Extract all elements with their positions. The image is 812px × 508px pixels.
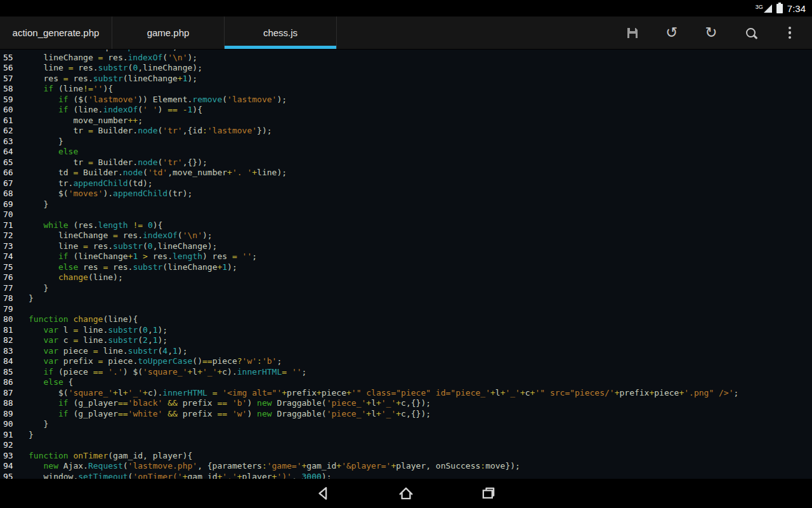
code-line: 70 — [0, 210, 812, 220]
code-text: new Ajax.Request('lastmove.php', {parame… — [20, 461, 812, 472]
code-text: td = Builder.node('td',move_number+'. '+… — [20, 168, 812, 178]
android-screen: 3G 7:34 action_generate.phpgame.phpchess… — [0, 0, 812, 508]
line-number: 72 — [0, 231, 20, 241]
code-line: 60 if (line.indexOf(' ') == -1){ — [0, 105, 812, 116]
code-text: else res = res.substr(lineChange+1); — [20, 262, 812, 273]
line-number: 68 — [0, 189, 20, 199]
line-number: 81 — [0, 325, 20, 336]
line-number: 94 — [0, 461, 20, 472]
code-text: var c = line.substr(2,1); — [20, 335, 812, 346]
code-text: if (g_player=='black' && prefix == 'b') … — [20, 398, 812, 409]
code-line: 92 — [0, 440, 812, 451]
tab-chess.js[interactable]: chess.js — [225, 17, 337, 49]
code-text: lineChange = res.indexOf('\n'); — [20, 53, 812, 64]
code-text — [20, 440, 812, 451]
line-number: 55 — [0, 53, 20, 64]
code-line: 71 while (res.length != 0){ — [0, 220, 812, 231]
code-line: 69 } — [0, 199, 812, 210]
overflow-dots-shape — [789, 27, 792, 39]
redo-icon[interactable]: ↻ — [691, 17, 731, 50]
toolbar: ↺ ↻ — [613, 17, 812, 49]
line-number: 79 — [0, 304, 20, 315]
code-line: 75 else res = res.substr(lineChange+1); — [0, 262, 812, 273]
line-number: 78 — [0, 293, 20, 304]
code-text — [20, 210, 812, 220]
code-line: 61 move_number++; — [0, 116, 812, 126]
code-line: 90 } — [0, 419, 812, 430]
code-text: change(line); — [20, 272, 812, 283]
code-text: } — [20, 283, 812, 294]
line-number: 59 — [0, 95, 20, 105]
line-number: 84 — [0, 356, 20, 367]
code-text: if (line.indexOf(' ') == -1){ — [20, 105, 812, 116]
tab-label: chess.js — [263, 27, 298, 38]
code-line: 79 — [0, 304, 812, 315]
tab-bar: action_generate.phpgame.phpchess.js ↺ ↻ — [0, 17, 812, 50]
code-text: while (res.length != 0){ — [20, 220, 812, 231]
line-number: 70 — [0, 210, 20, 220]
code-line: 56 line = res.substr(0,lineChange); — [0, 63, 812, 74]
code-text: $('square_'+l+'_'+c).innerHTML = '<img a… — [20, 388, 812, 399]
code-line: 67 tr.appendChild(td); — [0, 178, 812, 189]
code-text: var l = line.substr(0,1); — [20, 325, 812, 336]
code-text: tr = Builder.node('tr',{}); — [20, 157, 812, 168]
line-number: 57 — [0, 74, 20, 84]
code-line: 72 lineChange = res.indexOf('\n'); — [0, 231, 812, 241]
code-line: 76 change(line); — [0, 272, 812, 283]
line-number: 62 — [0, 126, 20, 137]
search-icon[interactable] — [731, 17, 770, 50]
code-line: 85 if (piece == '.') $('square_'+l+'_'+c… — [0, 367, 812, 378]
code-line: 66 td = Builder.node('td',move_number+'.… — [0, 168, 812, 178]
line-number: 76 — [0, 272, 20, 283]
code-line: 88 if (g_player=='black' && prefix == 'b… — [0, 398, 812, 409]
status-bar: 3G 7:34 — [0, 0, 812, 17]
line-number: 92 — [0, 440, 20, 451]
code-lines: 54 var res = req.responseText;55 lineCha… — [0, 50, 812, 479]
code-editor[interactable]: 54 var res = req.responseText;55 lineCha… — [0, 50, 812, 479]
code-text: line = res.substr(0,lineChange); — [20, 63, 812, 74]
line-number: 95 — [0, 472, 20, 479]
code-text: res = res.substr(lineChange+1); — [20, 74, 812, 84]
code-line: 87 $('square_'+l+'_'+c).innerHTML = '<im… — [0, 388, 812, 399]
code-text: if (piece == '.') $('square_'+l+'_'+c).i… — [20, 367, 812, 378]
home-icon[interactable] — [396, 484, 416, 503]
line-number: 61 — [0, 116, 20, 126]
line-number: 73 — [0, 241, 20, 252]
code-text: else — [20, 147, 812, 157]
code-text: if ($('lastmove')) Element.remove('lastm… — [20, 95, 812, 105]
code-line: 94 new Ajax.Request('lastmove.php', {par… — [0, 461, 812, 472]
tab-game.php[interactable]: game.php — [112, 17, 225, 49]
code-line: 95 window.setTimeout('onTimer('+gam_id+'… — [0, 472, 812, 479]
code-line: 58 if (line!=''){ — [0, 84, 812, 95]
code-text: tr = Builder.node('tr',{id:'lastmove'}); — [20, 126, 812, 137]
code-text: } — [20, 430, 812, 441]
code-line: 73 line = res.substr(0,lineChange); — [0, 241, 812, 252]
line-number: 66 — [0, 168, 20, 178]
overflow-menu-icon[interactable] — [770, 17, 809, 50]
line-number: 89 — [0, 409, 20, 420]
code-text: move_number++; — [20, 116, 812, 126]
code-text: tr.appendChild(td); — [20, 178, 812, 189]
line-number: 63 — [0, 137, 20, 147]
tab-action_generate.php[interactable]: action_generate.php — [0, 17, 112, 49]
line-number: 65 — [0, 157, 20, 168]
line-number: 90 — [0, 419, 20, 430]
code-text: window.setTimeout('onTimer('+gam_id+','+… — [20, 472, 812, 479]
code-line: 82 var c = line.substr(2,1); — [0, 335, 812, 346]
recents-icon[interactable] — [479, 484, 498, 503]
line-number: 87 — [0, 388, 20, 399]
code-text: if (g_player=='white' && prefix == 'w') … — [20, 409, 812, 420]
line-number: 77 — [0, 283, 20, 294]
line-number: 64 — [0, 147, 20, 157]
line-number: 69 — [0, 199, 20, 210]
code-text: if (lineChange+1 > res.length) res = ''; — [20, 251, 812, 262]
code-line: 68 $('moves').appendChild(tr); — [0, 189, 812, 199]
line-number: 75 — [0, 262, 20, 273]
code-text: if (line!=''){ — [20, 84, 812, 95]
network-indicator: 3G — [756, 4, 772, 13]
save-icon[interactable] — [613, 17, 652, 50]
undo-icon[interactable]: ↺ — [652, 17, 691, 50]
back-icon[interactable] — [314, 484, 333, 503]
code-line: 89 if (g_player=='white' && prefix == 'w… — [0, 409, 812, 420]
code-text: lineChange = res.indexOf('\n'); — [20, 231, 812, 241]
